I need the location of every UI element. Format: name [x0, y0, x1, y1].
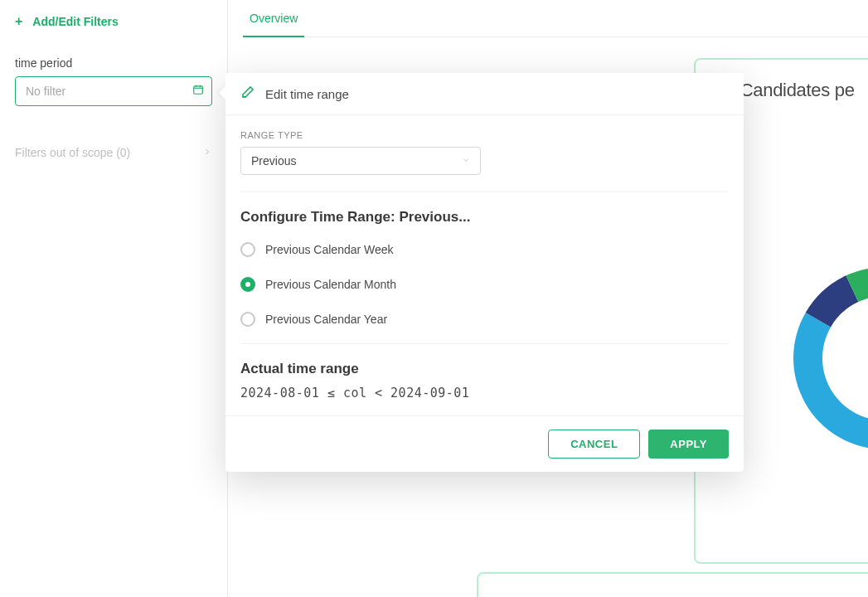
donut-segment-1 [793, 313, 868, 449]
actual-range-value: 2024-08-01 ≤ col < 2024-09-01 [240, 386, 729, 400]
radio-icon [240, 242, 255, 257]
radio-icon [240, 277, 255, 292]
add-edit-filters-label: Add/Edit Filters [32, 15, 118, 28]
cancel-button-label: CANCEL [570, 438, 618, 450]
radio-label-month: Previous Calendar Month [265, 278, 396, 291]
bottom-chart-card [477, 572, 868, 597]
time-period-label: time period [15, 56, 212, 70]
radio-label-week: Previous Calendar Week [265, 243, 394, 256]
filters-out-of-scope-toggle[interactable]: Filters out of scope (0) [15, 146, 212, 159]
range-type-select[interactable]: Previous [240, 147, 481, 175]
time-period-input[interactable] [15, 76, 212, 106]
radio-previous-week[interactable]: Previous Calendar Week [240, 242, 729, 257]
filters-out-of-scope-label: Filters out of scope (0) [15, 146, 130, 159]
configure-title: Configure Time Range: Previous... [240, 209, 729, 226]
edit-time-range-popover: Edit time range RANGE TYPE Previous Conf… [225, 73, 744, 472]
chevron-down-icon [462, 155, 470, 167]
plus-icon: + [15, 15, 22, 28]
radio-label-year: Previous Calendar Year [265, 313, 387, 326]
actual-range-label: Actual time range [240, 361, 729, 377]
radio-previous-year[interactable]: Previous Calendar Year [240, 312, 729, 327]
range-type-label: RANGE TYPE [240, 130, 729, 140]
radio-icon [240, 312, 255, 327]
tab-overview[interactable]: Overview [243, 0, 304, 36]
range-type-value: Previous [251, 154, 296, 167]
add-edit-filters-link[interactable]: + Add/Edit Filters [15, 15, 212, 28]
radio-previous-month[interactable]: Previous Calendar Month [240, 277, 729, 292]
chevron-right-icon [202, 146, 212, 159]
pencil-icon [240, 85, 255, 103]
tab-overview-label: Overview [250, 12, 298, 25]
donut-chart [760, 234, 868, 483]
apply-button-label: APPLY [670, 438, 707, 450]
cancel-button[interactable]: CANCEL [548, 430, 640, 459]
popover-title: Edit time range [265, 87, 349, 101]
apply-button[interactable]: APPLY [648, 430, 729, 459]
